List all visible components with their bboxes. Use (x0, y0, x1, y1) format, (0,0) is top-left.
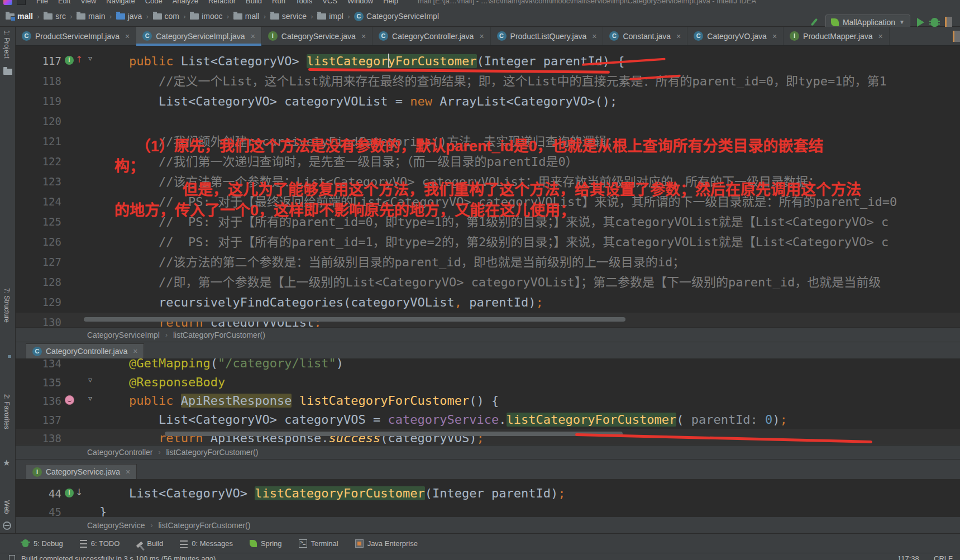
menu-build[interactable]: Build (241, 0, 267, 5)
breadcrumb-item-imooc[interactable]: imooc (189, 12, 223, 21)
code-text[interactable]: // PS: 对于【最终返回给前端的List<CategoryVO> categ… (99, 192, 897, 212)
tab-CategoryVO.java[interactable]: CCategoryVO.java× (687, 27, 784, 45)
toolwindow-build[interactable]: Build (136, 539, 163, 548)
tab-CategoryController.java[interactable]: CCategoryController.java× (26, 343, 144, 358)
code-text[interactable]: //该方法的第二个参数是：当前级别目录的parent_id，即也就是当前级别的上… (99, 252, 685, 272)
menu-analyze[interactable]: Analyze (168, 0, 203, 5)
breadcrumb-method[interactable]: listCategoryForCustomer() (173, 331, 265, 339)
code-text[interactable]: // PS: 对于【所有的parent_id=0，即type=1的，第1级别的目… (99, 212, 889, 232)
menu-refactor[interactable]: Refactor (203, 0, 241, 5)
breadcrumb-class[interactable]: CategoryServiceImpl (87, 331, 160, 339)
code-text[interactable]: //我们额外创建recursivelyFindCategories()方法，去实… (99, 132, 619, 152)
code-text[interactable]: //定义一个List，这个List就用来存在最终的查询结果；即，这个List中的… (99, 71, 887, 92)
breadcrumb-item-main[interactable]: main (75, 12, 106, 21)
toolwindow-spring[interactable]: Spring (250, 539, 282, 548)
close-icon[interactable]: × (479, 32, 484, 41)
code-text[interactable]: @ResponseBody (99, 373, 225, 391)
globe-icon[interactable] (3, 521, 11, 530)
close-icon[interactable]: × (878, 32, 883, 41)
menu-navigate[interactable]: Navigate (101, 0, 140, 5)
tab-CategoryController.java[interactable]: CCategoryController.java× (372, 27, 490, 45)
menu-help[interactable]: Help (378, 0, 403, 5)
sidebar-item-structure[interactable]: 7: Structure (3, 288, 11, 323)
breadcrumb-item-categoryserviceimpl[interactable]: CCategoryServiceImpl (353, 12, 440, 21)
tab-CategoryService.java[interactable]: ICategoryService.java× (26, 464, 137, 479)
sidebar-item-favorites[interactable]: 2: Favorites (3, 394, 11, 429)
line-separator[interactable]: CRLF (934, 554, 953, 560)
star-icon[interactable]: ★ (3, 458, 10, 468)
close-icon[interactable]: × (126, 467, 130, 476)
close-icon[interactable]: × (676, 32, 681, 41)
tab-ProductMapper.java[interactable]: IProductMapper.java× (784, 27, 890, 45)
code-text[interactable]: //我们第一次递归查询时，是先查一级目录；（而一级目录的parentId是0） (99, 152, 578, 172)
menu-window[interactable]: Window (342, 0, 378, 5)
breadcrumb-item-mall[interactable]: mall (4, 12, 34, 21)
debug-button[interactable] (931, 18, 938, 27)
breadcrumb-method[interactable]: listCategoryForCustomer() (159, 521, 251, 530)
breadcrumb-method[interactable]: listCategoryForCustomer() (166, 448, 259, 457)
code-text[interactable]: } (99, 502, 107, 516)
editor-pane-category-service-impl[interactable]: 117I↑▿ public List<CategoryVO> listCateg… (16, 46, 960, 327)
breadcrumb-item-src[interactable]: src (42, 12, 67, 21)
toolwindow-5-debug[interactable]: 5: Debug (21, 539, 63, 548)
code-text[interactable]: // PS: 对于【所有的parent_id=1，即type=2的，第2级别的目… (99, 232, 889, 252)
bookmark-icon[interactable] (65, 395, 74, 405)
fold-marker-icon[interactable]: ▿ (88, 376, 92, 384)
breadcrumb-item-service[interactable]: service (269, 12, 308, 21)
menu-tools[interactable]: Tools (290, 0, 317, 5)
code-text[interactable]: List<CategoryVO> categoryVOS = categoryS… (99, 410, 787, 429)
run-button[interactable] (917, 18, 924, 27)
sidebar-item-web[interactable]: Web (3, 500, 11, 514)
code-text[interactable]: public ApiRestResponse listCategoryForCu… (99, 391, 499, 410)
editor-pane-category-service[interactable]: 44I↓ List<CategoryVO> listCategoryForCus… (16, 479, 960, 516)
code-text[interactable]: @GetMapping("/category/list") (99, 358, 343, 372)
implementation-marker-icon[interactable]: I (65, 489, 74, 497)
menu-view[interactable]: View (75, 0, 101, 5)
implementation-marker-icon[interactable]: I (65, 56, 74, 65)
breadcrumb-item-mall[interactable]: mall (232, 12, 261, 21)
fold-marker-icon[interactable]: ▿ (88, 54, 92, 62)
tab-ProductListQuery.java[interactable]: CProductListQuery.java× (491, 27, 604, 45)
code-text[interactable]: //即，第一个参数是【上一级别的List<CategoryVO> categor… (99, 272, 881, 293)
breadcrumb-class[interactable]: CategoryController (87, 448, 153, 457)
menu-run[interactable]: Run (267, 0, 290, 5)
hidden-tabs-icon[interactable] (953, 31, 960, 42)
menu-edit[interactable]: Edit (53, 0, 75, 5)
breadcrumb-item-com[interactable]: com (152, 12, 180, 21)
menu-vcs[interactable]: VCS (317, 0, 342, 5)
horizontal-scrollbar[interactable] (165, 432, 623, 436)
tab-Constant.java[interactable]: CConstant.java× (603, 27, 687, 45)
code-text[interactable]: List<CategoryVO> categoryVOList = new Ar… (99, 92, 617, 112)
menu-code[interactable]: Code (140, 0, 168, 5)
close-icon[interactable]: × (133, 347, 137, 356)
caret-position[interactable]: 117:38 (897, 554, 919, 560)
code-text[interactable]: recursivelyFindCategories(categoryVOList… (99, 293, 543, 313)
breadcrumb-class[interactable]: CategoryService (87, 521, 145, 530)
event-log-icon[interactable] (9, 555, 15, 560)
code-text[interactable]: List<CategoryVO> listCategoryForCustomer… (99, 484, 565, 502)
horizontal-scrollbar[interactable] (84, 317, 625, 322)
code-text[interactable]: //该方法第一个参数是：List<CategoryVO> categoryVOL… (99, 172, 820, 192)
implements-arrow-icon[interactable]: ↑ (75, 54, 83, 66)
implemented-arrow-icon[interactable]: ↓ (75, 486, 83, 499)
close-icon[interactable]: × (125, 32, 130, 41)
fold-marker-icon[interactable]: ▿ (88, 394, 92, 402)
sidebar-item-project[interactable]: 1: Project (3, 30, 11, 59)
toolwindow-java-enterprise[interactable]: Java Enterprise (355, 539, 418, 548)
coverage-button[interactable] (945, 17, 952, 28)
close-icon[interactable]: × (592, 32, 596, 41)
structure-icon[interactable] (4, 355, 11, 362)
menu-file[interactable]: File (31, 0, 53, 5)
close-icon[interactable]: × (361, 32, 366, 41)
toolwindow-6-todo[interactable]: 6: TODO (80, 539, 120, 548)
toolwindow-terminal[interactable]: Terminal (299, 539, 338, 548)
breadcrumb-item-impl[interactable]: impl (316, 12, 345, 21)
toolwindow-0-messages[interactable]: 0: Messages (180, 539, 233, 548)
tab-CategoryServiceImpl.java[interactable]: CCategoryServiceImpl.java× (136, 27, 262, 45)
tab-ProductServiceImpl.java[interactable]: CProductServiceImpl.java× (16, 27, 136, 45)
wrench-icon[interactable] (810, 18, 819, 27)
breadcrumb-item-java[interactable]: java (115, 12, 144, 21)
code-text[interactable]: public List<CategoryVO> listCategoryForC… (99, 51, 624, 71)
close-icon[interactable]: × (251, 32, 255, 41)
close-icon[interactable]: × (772, 32, 777, 41)
